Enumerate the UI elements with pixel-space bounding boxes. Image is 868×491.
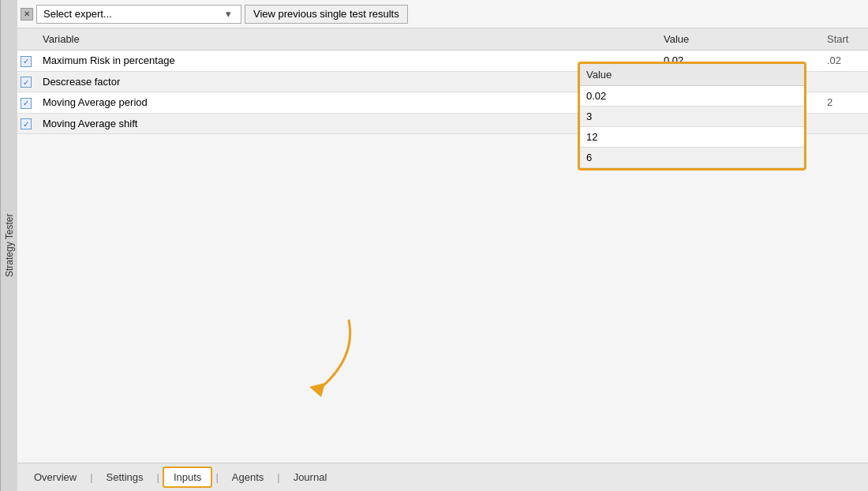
tab-inputs[interactable]: Inputs bbox=[163, 467, 212, 488]
sidebar-label-text: Strategy Tester bbox=[4, 214, 15, 277]
tab-sep-3: | bbox=[214, 471, 219, 483]
tab-sep-1: | bbox=[88, 471, 94, 483]
main-content: ✕ Select expert... ▾ View previous singl… bbox=[17, 0, 868, 491]
highlight-value-row: 12 bbox=[580, 127, 804, 148]
highlight-value-cell: 6 bbox=[580, 148, 804, 168]
checkbox-icon: ✓ bbox=[21, 77, 32, 88]
highlight-value-cell: 3 bbox=[580, 107, 804, 127]
row-checkbox[interactable]: ✓ bbox=[17, 51, 36, 72]
sidebar-label: Strategy Tester bbox=[0, 0, 17, 491]
row-checkbox[interactable]: ✓ bbox=[17, 71, 36, 92]
chevron-down-icon: ▾ bbox=[222, 8, 234, 20]
row-variable: Maximum Risk in percentage bbox=[36, 51, 657, 72]
row-variable: Moving Average shift bbox=[36, 113, 657, 134]
tab-sep-2: | bbox=[155, 471, 161, 483]
tab-settings[interactable]: Settings bbox=[96, 467, 154, 487]
toolbar: ✕ Select expert... ▾ View previous singl… bbox=[17, 0, 868, 28]
col-header-start: Start bbox=[821, 28, 868, 51]
col-header-value: Value bbox=[657, 28, 821, 51]
highlight-value-header: Value bbox=[580, 64, 804, 86]
expert-select-text: Select expert... bbox=[43, 8, 222, 20]
highlight-value-row: 0.02 bbox=[580, 86, 804, 107]
col-header-checkbox bbox=[17, 28, 36, 51]
tab-bar: Overview | Settings | Inputs | Agents | … bbox=[17, 463, 868, 491]
row-start bbox=[821, 71, 868, 92]
tab-journal[interactable]: Journal bbox=[283, 467, 338, 487]
row-variable: Moving Average period bbox=[36, 92, 657, 114]
tab-agents[interactable]: Agents bbox=[222, 467, 274, 487]
highlight-value-cell: 12 bbox=[580, 127, 804, 148]
expert-select-dropdown[interactable]: Select expert... ▾ bbox=[36, 5, 241, 24]
col-header-variable: Variable bbox=[36, 28, 657, 51]
annotation-arrow bbox=[286, 312, 380, 409]
row-checkbox[interactable]: ✓ bbox=[17, 92, 36, 114]
main-window: Strategy Tester ✕ Select expert... ▾ Vie… bbox=[0, 0, 868, 491]
close-button[interactable]: ✕ bbox=[21, 8, 33, 21]
row-start bbox=[821, 113, 868, 134]
highlight-value-row: 6 bbox=[580, 148, 804, 168]
view-results-button[interactable]: View previous single test results bbox=[245, 5, 408, 24]
row-start: .02 bbox=[821, 51, 868, 72]
svg-marker-0 bbox=[309, 383, 325, 397]
highlight-value-cell: 0.02 bbox=[580, 86, 804, 107]
checkbox-icon: ✓ bbox=[21, 98, 32, 109]
row-checkbox[interactable]: ✓ bbox=[17, 113, 36, 134]
table-area: Variable Value Start ✓ Maximum Risk in p… bbox=[17, 28, 868, 463]
checkbox-icon: ✓ bbox=[21, 56, 32, 67]
tab-sep-4: | bbox=[275, 471, 281, 483]
value-column-highlight: Value 0.023126 bbox=[578, 62, 806, 171]
row-start: 2 bbox=[821, 92, 868, 114]
checkbox-icon: ✓ bbox=[21, 118, 32, 129]
row-variable: Descrease factor bbox=[36, 71, 657, 92]
tab-overview[interactable]: Overview bbox=[24, 467, 87, 487]
highlight-value-row: 3 bbox=[580, 107, 804, 127]
table-header-row: Variable Value Start bbox=[17, 28, 868, 51]
